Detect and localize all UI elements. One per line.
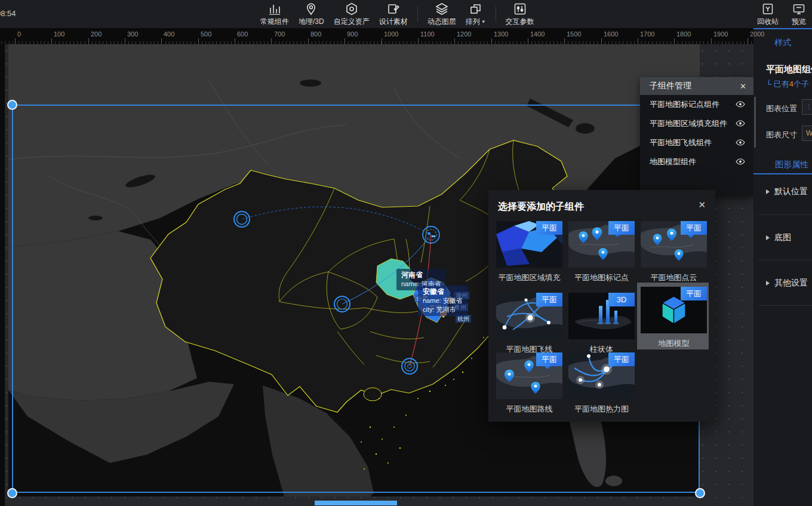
modal-item-flyline[interactable]: 平面 平面地图飞线: [496, 293, 562, 355]
tooltip-anhui: 安徽省 name: 安徽省 city: 芜湖市: [418, 286, 467, 316]
modal-item-region-fill[interactable]: 平面 平面地图区域填充: [496, 221, 562, 283]
toolbar-button-dynamic-layers[interactable]: 动态图层: [427, 2, 456, 27]
thumbnail-route: 平面: [496, 352, 562, 399]
tab-graphic-properties[interactable]: 图形属性: [775, 160, 808, 170]
modal-item-heatmap[interactable]: 平面 平面地图热力图: [568, 352, 635, 415]
badge: 平面: [608, 352, 635, 366]
clock: 08:54: [0, 9, 16, 18]
eye-icon[interactable]: [736, 139, 745, 148]
arrange-icon: [469, 2, 483, 16]
badge: 平面: [681, 221, 707, 235]
badge: 平面: [608, 221, 635, 235]
divider: [758, 305, 812, 306]
thumbnail-region-fill: 平面: [496, 221, 562, 268]
toolbar-separator: [417, 7, 418, 22]
section-base-map[interactable]: 底图: [766, 232, 791, 243]
toolbar-button-design-materials[interactable]: 设计素材: [379, 2, 408, 27]
badge: 平面: [536, 352, 562, 366]
modal-item-route[interactable]: 平面 平面地图路线: [496, 352, 562, 415]
thumbnail-flyline: 平面: [496, 293, 562, 339]
toolbar-button-custom-assets[interactable]: 自定义资产: [334, 2, 370, 27]
field-label-chart-size: 图表尺寸: [766, 130, 797, 140]
inspector-scrollbar[interactable]: [754, 97, 756, 148]
selection-handle-top-left[interactable]: [7, 100, 17, 110]
close-icon[interactable]: ✕: [740, 82, 746, 91]
tooltip-henan-title: 河南省: [401, 271, 441, 280]
modal-item-map-model[interactable]: 平面 地图模型: [641, 287, 707, 349]
preview-icon: [792, 2, 806, 16]
tooltip-anhui-line: name: 安徽省: [423, 296, 463, 305]
toolbar-button-preview[interactable]: 预览: [792, 2, 806, 27]
component-title: 平面地图组件: [766, 64, 812, 75]
tooltip-anhui-title: 安徽省: [423, 287, 463, 296]
modal-item-column3d[interactable]: 3D 柱状体: [568, 293, 635, 355]
subcomponent-panel-title: 子组件管理: [650, 81, 691, 91]
vertical-ruler: [0, 44, 5, 506]
material-icon: [386, 2, 401, 16]
eye-icon[interactable]: [736, 119, 745, 128]
modal-item-pointcloud[interactable]: 平面 平面地图点云: [641, 221, 707, 283]
asset-icon: [345, 2, 359, 16]
divider: [758, 260, 812, 260]
thumbnail-pointcloud: 平面: [641, 221, 707, 268]
add-subcomponent-modal: 选择要添加的子组件 ✕ 平面 平面地图区域填充 平面 平面: [488, 190, 715, 422]
tooltip-anhui-city-line: city: 芜湖市: [423, 305, 463, 314]
thumbnail-map-model: 平面: [641, 287, 707, 333]
tab-style[interactable]: 样式: [753, 38, 812, 48]
top-toolbar: 08:54 常规组件 地理/3D 自定义资产 设计素材 动态图层 排列▼: [0, 0, 812, 28]
subcomponent-item-marker[interactable]: 平面地图标记点组件: [640, 95, 753, 114]
field-label-chart-position: 图表位置: [766, 103, 797, 114]
layers-icon: [435, 2, 449, 16]
selection-handle-bottom-left[interactable]: [7, 488, 17, 498]
geo-icon: [304, 2, 318, 16]
toolbar-button-interaction-params[interactable]: 交互参数: [506, 2, 534, 27]
horizontal-scrollbar-thumb[interactable]: [315, 501, 397, 505]
params-icon: [513, 2, 527, 16]
toolbar-button-geo-3d[interactable]: 地理/3D: [299, 2, 324, 27]
toolbar-button-recycle-bin[interactable]: 回收站: [757, 2, 779, 27]
eye-icon[interactable]: [736, 100, 745, 109]
thumbnail-column3d: 3D: [568, 293, 635, 339]
style-inspector-panel: 样式 平面地图组件 └ 已有4个子 图表位置 ⋮ 图表尺寸 W 图形属性 默认位…: [753, 28, 812, 506]
toolbar-separator: [496, 7, 496, 22]
chevron-down-icon: ▼: [481, 19, 486, 24]
close-icon[interactable]: ✕: [698, 200, 706, 210]
modal-title: 选择要添加的子组件: [498, 201, 584, 213]
selection-handle-bottom-right[interactable]: [695, 488, 705, 498]
chart-icon: [267, 2, 282, 16]
subcomponent-manager-panel: 子组件管理 ✕ 平面地图标记点组件 平面地图区域填充组件 平面地图飞线组件 地图…: [640, 77, 753, 197]
badge: 3D: [608, 293, 635, 306]
subcomponent-item-region-fill[interactable]: 平面地图区域填充组件: [640, 114, 753, 133]
recycle-icon: [761, 2, 775, 16]
toolbar-button-arrange[interactable]: 排列▼: [466, 2, 486, 27]
tab-underline: [753, 173, 812, 174]
subcomponent-item-map-model[interactable]: 地图模型组件: [640, 152, 753, 171]
chevron-right-icon: [766, 235, 770, 240]
section-default-position[interactable]: 默认位置: [766, 186, 808, 197]
badge: 平面: [536, 293, 562, 306]
chart-position-input[interactable]: ⋮: [802, 99, 812, 115]
subcomponent-count-line[interactable]: └ 已有4个子: [766, 79, 809, 90]
thumbnail-marker: 平面: [568, 221, 635, 268]
badge: 平面: [536, 221, 562, 235]
chart-size-input[interactable]: W: [802, 125, 812, 141]
horizontal-ruler: 0 100 200 300 400 500 600 700 800 900 10…: [0, 28, 753, 44]
subcomponent-item-flyline[interactable]: 平面地图飞线组件: [640, 133, 753, 152]
chevron-right-icon: [766, 189, 770, 194]
chevron-right-icon: [766, 281, 770, 286]
divider: [758, 214, 812, 215]
toolbar-button-regular-components[interactable]: 常规组件: [260, 2, 289, 27]
thumbnail-heatmap: 平面: [568, 352, 635, 399]
badge: 平面: [681, 287, 707, 300]
eye-icon[interactable]: [736, 158, 745, 167]
modal-item-marker[interactable]: 平面 平面地图标记点: [568, 221, 635, 283]
section-other-settings[interactable]: 其他设置: [766, 278, 808, 289]
